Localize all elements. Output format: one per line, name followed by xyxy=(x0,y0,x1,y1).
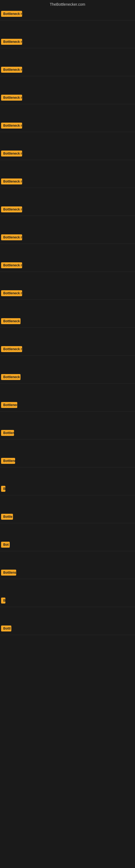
list-item[interactable]: Bottleneck result xyxy=(0,37,135,48)
bottleneck-badge: Bottleneck result xyxy=(1,179,22,184)
list-item[interactable]: Bottleneck resu xyxy=(0,372,135,383)
bottleneck-badge: Bottleneck result xyxy=(1,11,22,17)
list-item[interactable]: Bottleneck result xyxy=(0,9,135,20)
bottleneck-badge: Bottleneck result xyxy=(1,39,22,45)
bottleneck-badge: Bottleneck result xyxy=(1,346,22,352)
list-item[interactable]: Bottle xyxy=(0,512,135,523)
bottleneck-badge: Bottl xyxy=(1,625,11,631)
bottleneck-badge: Bottleneck result xyxy=(1,151,22,156)
bottleneck-badge: B xyxy=(1,597,5,603)
list-item[interactable]: B xyxy=(0,595,135,607)
bottleneck-badge: Bottleneck result xyxy=(1,235,22,240)
bottleneck-badge: B xyxy=(1,486,5,492)
results-list: Bottleneck result Bottleneck result Bott… xyxy=(0,9,135,635)
bottleneck-badge: Bottlens xyxy=(1,569,16,576)
list-item[interactable]: Bottlens xyxy=(0,567,135,579)
list-item[interactable]: Bot xyxy=(0,539,135,551)
bottleneck-badge: Bottleneck r xyxy=(1,402,17,408)
list-item[interactable]: Bottlen xyxy=(0,428,135,439)
list-item[interactable]: Bottleneck result xyxy=(0,120,135,132)
list-item[interactable]: Bottleneck result xyxy=(0,288,135,300)
list-item[interactable]: Bottleneck result xyxy=(0,204,135,216)
list-item[interactable]: Bottleneck result xyxy=(0,148,135,160)
bottleneck-badge: Bottleneck result xyxy=(1,95,22,101)
list-item[interactable]: Bottleneck result xyxy=(0,176,135,188)
site-title: TheBottlenecker.com xyxy=(0,0,135,9)
bottom-spacer xyxy=(0,635,135,852)
bottleneck-badge: Bottleneck result xyxy=(1,290,22,296)
list-item[interactable]: Bottleneck result xyxy=(0,65,135,76)
list-item[interactable]: Bottleneck result xyxy=(0,232,135,244)
list-item[interactable]: Bottleneck result xyxy=(0,260,135,272)
list-item[interactable]: Bottleneck xyxy=(0,456,135,467)
bottleneck-badge: Bot xyxy=(1,542,10,548)
list-item[interactable]: Bottleneck result xyxy=(0,93,135,104)
bottleneck-badge: Bottleneck result xyxy=(1,207,22,212)
list-item[interactable]: Bottl xyxy=(0,623,135,635)
list-item[interactable]: Bottleneck r xyxy=(0,400,135,411)
bottleneck-badge: Bottleneck resu xyxy=(1,374,20,380)
bottleneck-badge: Bottleneck result xyxy=(1,123,22,129)
bottleneck-badge: Bottleneck xyxy=(1,458,15,464)
site-title-text: TheBottlenecker.com xyxy=(50,2,85,6)
bottleneck-badge: Bottleneck result xyxy=(1,67,22,73)
list-item[interactable]: B xyxy=(0,484,135,495)
bottleneck-badge: Bottleneck resu xyxy=(1,318,20,324)
bottleneck-badge: Bottlen xyxy=(1,430,14,436)
bottleneck-badge: Bottleneck result xyxy=(1,262,22,268)
list-item[interactable]: Bottleneck result xyxy=(0,344,135,355)
bottleneck-badge: Bottle xyxy=(1,514,13,520)
list-item[interactable]: Bottleneck resu xyxy=(0,316,135,328)
